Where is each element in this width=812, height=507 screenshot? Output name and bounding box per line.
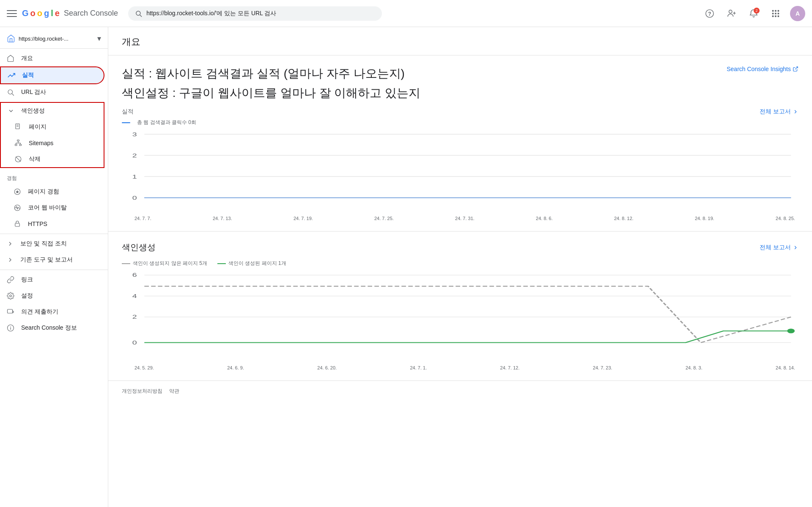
sidebar-item-core-vitals[interactable]: 코어 웹 바이탈	[0, 200, 108, 216]
sidebar-item-label: 의견 제출하기	[21, 308, 58, 316]
not-indexed-legend-dot	[122, 263, 130, 264]
notifications-button[interactable]: 2	[746, 6, 761, 21]
footer-terms-link[interactable]: 약관	[169, 388, 179, 395]
sidebar-section-label: 기존 도구 및 보고서	[20, 256, 73, 264]
sidebar-item-info[interactable]: Search Console 정보	[0, 320, 104, 336]
lock-icon	[14, 220, 21, 228]
indexing-main-heading: 색인설정 : 구글이 웹사이트를 얼마나 잘 이해하고 있는지	[122, 85, 798, 101]
menu-icon[interactable]	[7, 8, 17, 19]
svg-text:4: 4	[132, 293, 137, 299]
performance-x-labels: 24. 7. 7. 24. 7. 13. 24. 7. 19. 24. 7. 2…	[122, 216, 798, 221]
footer: 개인정보처리방침 약관	[108, 380, 812, 402]
chevron-right-icon	[7, 256, 14, 263]
sidebar-section-security[interactable]: 보안 및 직접 조치	[0, 236, 108, 252]
performance-title-block: 실적 : 웹사이트 검색결과 실적 (얼마나 자주 나오는지)	[122, 66, 405, 82]
vitals-icon	[14, 204, 21, 212]
performance-chart-legend: 총 웹 검색결과 클릭수 0회	[122, 119, 798, 126]
avatar[interactable]: A	[790, 6, 805, 21]
indexing-chart: 6 4 2 0	[122, 270, 798, 364]
svg-text:3: 3	[132, 131, 137, 137]
footer-privacy-link[interactable]: 개인정보처리방침	[122, 388, 162, 395]
chevron-right-icon	[793, 109, 798, 115]
svg-rect-11	[775, 13, 776, 14]
svg-text:0: 0	[132, 195, 137, 200]
svg-rect-14	[775, 15, 776, 17]
svg-point-4	[729, 10, 732, 13]
sidebar-item-label: Sitemaps	[29, 140, 53, 146]
sidebar-item-label: URL 검사	[21, 88, 46, 96]
svg-rect-15	[778, 15, 779, 17]
sidebar-item-feedback[interactable]: 의견 제출하기	[0, 304, 104, 320]
performance-legend-label: 총 웹 검색결과 클릭수 0회	[137, 119, 196, 126]
search-icon	[135, 10, 142, 17]
chevron-right-icon	[793, 245, 798, 251]
sidebar-item-pages[interactable]: 페이지	[1, 119, 104, 135]
sidebar-section-indexing[interactable]: 색인생성	[1, 103, 104, 119]
sidebar-item-performance[interactable]: 실적	[0, 66, 104, 84]
trending-up-icon	[8, 72, 15, 79]
svg-line-38	[795, 67, 798, 69]
sidebar-section-legacy[interactable]: 기존 도구 및 보고서	[0, 252, 108, 268]
topbar-icons: ? 2	[702, 6, 805, 21]
sidebar-item-settings[interactable]: 설정	[0, 288, 104, 304]
add-user-button[interactable]	[724, 6, 739, 21]
sidebar-item-removals[interactable]: 삭제	[1, 151, 104, 167]
indexing-x-labels: 24. 5. 29. 24. 6. 9. 24. 6. 20. 24. 7. 1…	[122, 365, 798, 370]
svg-rect-21	[17, 140, 19, 141]
sidebar-item-label: Search Console 정보	[21, 324, 77, 332]
svg-rect-22	[15, 144, 17, 146]
property-icon	[7, 34, 15, 43]
sidebar-item-label: 코어 웹 바이탈	[28, 204, 67, 212]
help-button[interactable]: ?	[702, 6, 717, 21]
svg-text:2: 2	[132, 314, 137, 320]
sidebar: https://blog.rocket-... ▾ 개요 실적 URL 검사	[0, 27, 108, 402]
insights-label: Search Console Insights	[727, 66, 791, 72]
sidebar-item-label: 링크	[21, 276, 33, 284]
sidebar-item-https[interactable]: HTTPS	[0, 216, 108, 232]
topbar-left: Google Search Console	[7, 8, 118, 19]
sidebar-item-url-inspection[interactable]: URL 검사	[0, 84, 104, 100]
performance-heading: 실적 : 웹사이트 검색결과 실적 (얼마나 자주 나오는지)	[122, 66, 405, 82]
full-report-label: 전체 보고서	[760, 244, 791, 251]
svg-rect-10	[772, 13, 774, 14]
search-input[interactable]: https://blog.rocket-tools.io/'에 있는 모든 UR…	[146, 10, 375, 17]
search-bar[interactable]: https://blog.rocket-tools.io/'에 있는 모든 UR…	[128, 6, 382, 21]
link-icon	[7, 276, 14, 284]
app-layout: https://blog.rocket-... ▾ 개요 실적 URL 검사	[0, 27, 812, 402]
sidebar-item-page-experience[interactable]: 페이지 경험	[0, 184, 108, 200]
gear-icon	[7, 292, 14, 300]
svg-point-33	[10, 295, 12, 297]
external-link-icon	[793, 66, 798, 72]
main-content: 개요 실적 : 웹사이트 검색결과 실적 (얼마나 자주 나오는지) Searc…	[108, 27, 812, 402]
app-logo: Google Search Console	[22, 8, 118, 18]
topbar: Google Search Console https://blog.rocke…	[0, 0, 812, 27]
page-icon	[14, 123, 22, 131]
sidebar-section-label: 보안 및 직접 조치	[20, 240, 67, 248]
svg-line-17	[12, 94, 14, 95]
svg-point-57	[787, 329, 795, 333]
indexing-legend-2: 색인이 생성된 페이지 1개	[228, 260, 286, 267]
property-selector[interactable]: https://blog.rocket-... ▾	[0, 30, 108, 49]
performance-legend-dot	[122, 122, 130, 123]
indexing-full-report-link[interactable]: 전체 보고서	[760, 244, 798, 251]
performance-chart: 3 2 1 0	[122, 130, 798, 214]
indexing-chart-legend: 색인이 생성되지 않은 페이지 5개 색인이 생성된 페이지 1개	[122, 260, 798, 267]
svg-text:?: ?	[708, 11, 711, 17]
home-icon	[7, 55, 14, 62]
sidebar-item-label: 실적	[22, 72, 34, 79]
svg-text:2: 2	[132, 152, 137, 158]
property-dropdown-arrow[interactable]: ▾	[97, 34, 101, 43]
svg-text:0: 0	[132, 340, 137, 345]
search-icon	[7, 88, 14, 96]
performance-full-report-link[interactable]: 전체 보고서	[760, 108, 798, 116]
indexed-legend-dot	[217, 263, 226, 264]
search-console-insights-link[interactable]: Search Console Insights	[727, 66, 798, 72]
sidebar-item-label: 삭제	[29, 155, 41, 163]
performance-section: 실적 : 웹사이트 검색결과 실적 (얼마나 자주 나오는지) Search C…	[108, 55, 812, 231]
sidebar-item-overview[interactable]: 개요	[0, 50, 104, 66]
sidebar-item-links[interactable]: 링크	[0, 272, 104, 288]
sidebar-section-label: 색인생성	[21, 107, 45, 115]
apps-button[interactable]	[768, 6, 783, 21]
sidebar-item-sitemaps[interactable]: Sitemaps	[1, 135, 104, 151]
svg-rect-8	[775, 10, 776, 11]
